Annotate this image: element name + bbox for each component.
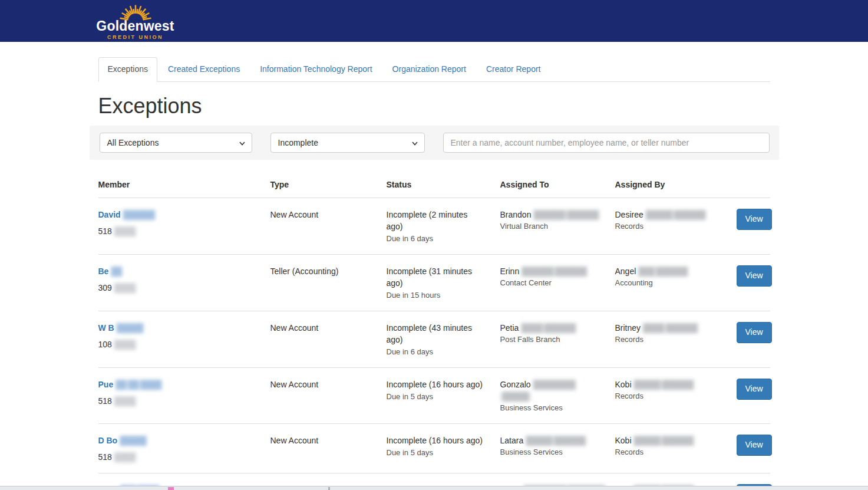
exception-type: New Account (270, 322, 387, 357)
exception-type: New Account (270, 379, 387, 413)
redacted-member-name: ██ ██ ████ (115, 380, 161, 389)
redacted-account-number: ████ (114, 396, 136, 406)
member-link[interactable]: W B█████ (98, 323, 143, 333)
table-header-row: Member Type Status Assigned To Assigned … (98, 174, 770, 198)
status-select[interactable]: Incomplete (270, 133, 425, 153)
redacted-name: ███ ██████ (638, 267, 687, 276)
assigned-to-department: Business Services (500, 403, 606, 413)
redacted-member-name: ██ (111, 267, 121, 276)
assigned-by-department: Records (615, 221, 728, 232)
app-window: Goldenwest CREDIT UNION Exceptions Creat… (0, 0, 868, 490)
redacted-account-number: ████ (114, 452, 136, 462)
assigned-by-name: Desiree█████ ██████ (615, 209, 728, 221)
tab-creator-report[interactable]: Creator Report (477, 57, 550, 82)
redacted-name: ██████ ██████ (533, 210, 598, 219)
redacted-name: █████ ██████ (634, 436, 694, 445)
member-account-number: 518████ (98, 225, 262, 237)
assigned-by-name: Britney████ ██████ (615, 322, 728, 334)
due-text: Due in 6 days (387, 347, 484, 357)
filter-panel: All Exceptions Incomplete (90, 126, 779, 160)
view-button[interactable]: View (737, 435, 772, 456)
redacted-member-name: █████ (117, 323, 143, 333)
top-navbar: Goldenwest CREDIT UNION (0, 0, 868, 42)
redacted-member-name: ██████ (123, 210, 155, 219)
tab-created-exceptions[interactable]: Created Exceptions (159, 57, 249, 82)
view-button[interactable]: View (737, 322, 772, 343)
header-type: Type (270, 179, 387, 190)
tab-exceptions[interactable]: Exceptions (98, 57, 157, 82)
status-text: Incomplete (43 minutes ago) (387, 322, 484, 346)
table-row: Be██ 309████ Teller (Accounting) Incompl… (98, 255, 770, 311)
assigned-to-department: Virtual Branch (500, 221, 606, 232)
assigned-to-department: Business Services (500, 447, 606, 458)
member-account-number: 518████ (98, 395, 262, 407)
assigned-by-department: Records (615, 334, 728, 345)
table-row: W B█████ 108████ New Account Incomplete … (98, 311, 770, 368)
assigned-by-department: Accounting (615, 278, 728, 288)
redacted-member-name: █████ (120, 436, 146, 445)
member-account-number: 309████ (98, 282, 262, 294)
view-button[interactable]: View (737, 209, 772, 230)
member-link[interactable]: Be██ (98, 267, 122, 276)
status-text: Incomplete (2 minutes ago) (387, 209, 484, 232)
tab-organization-report[interactable]: Organization Report (383, 57, 476, 82)
exception-type: New Account (270, 209, 387, 244)
brand-tagline: CREDIT UNION (107, 35, 163, 40)
tab-information-technology-report[interactable]: Information Technology Report (250, 57, 381, 82)
assigned-to-name: Petia████ ██████ (500, 322, 606, 334)
exception-type: Teller (Accounting) (270, 265, 387, 301)
assigned-to-department: Post Falls Branch (500, 334, 606, 345)
header-assigned-to: Assigned To (500, 179, 615, 190)
assigned-to-department: Contact Center (500, 278, 606, 288)
page-title: Exceptions (98, 94, 770, 118)
assigned-to-name: Latara█████ ██████ (500, 435, 606, 446)
exception-type-select[interactable]: All Exceptions (100, 133, 252, 153)
redacted-name: █████ ██████ (646, 210, 705, 219)
assigned-to-name: Gonzalo████████ (█████) (500, 379, 606, 402)
view-button[interactable]: View (737, 265, 772, 287)
exceptions-table: Member Type Status Assigned To Assigned … (90, 174, 779, 490)
member-link[interactable]: D Bo█████ (98, 436, 146, 445)
redacted-name: █████ ██████ (634, 380, 694, 389)
due-text: Due in 15 hours (387, 290, 484, 301)
status-selected-value: Incomplete (278, 138, 318, 147)
redacted-name: ████ ██████ (521, 323, 575, 333)
exception-type: New Account (270, 435, 387, 463)
chevron-down-icon (239, 140, 246, 147)
header-status: Status (387, 179, 500, 190)
table-row: Pue██ ██ ████ 518████ New Account Incomp… (98, 368, 770, 424)
redacted-account-number: ████ (114, 226, 136, 236)
table-row: David██████ 518████ New Account Incomple… (98, 198, 770, 255)
redacted-account-number: ████ (114, 283, 136, 292)
assigned-by-name: Kobi█████ ██████ (615, 379, 728, 390)
brand-name: Goldenwest (96, 19, 174, 33)
header-member: Member (98, 179, 270, 190)
redacted-name: ██████ ██████ (522, 267, 586, 276)
assigned-by-department: Records (615, 391, 728, 402)
chevron-down-icon (411, 140, 418, 147)
assigned-to-name: Brandon██████ ██████ (500, 209, 606, 221)
search-input[interactable] (443, 133, 770, 153)
view-button[interactable]: View (737, 379, 772, 400)
assigned-by-department: Records (615, 447, 728, 458)
page-bottom-edge (0, 486, 868, 490)
exception-type-selected-value: All Exceptions (107, 138, 159, 147)
page-edge-marker (168, 487, 174, 490)
status-text: Incomplete (16 hours ago) (387, 379, 484, 390)
table-row: D Bo█████ 518████ New Account Incomplete… (98, 424, 770, 473)
status-text: Incomplete (31 minutes ago) (387, 265, 484, 289)
due-text: Due in 6 days (387, 234, 484, 244)
page-edge-marker (328, 487, 330, 490)
redacted-name: ████ ██████ (643, 323, 697, 333)
assigned-by-name: Kobi█████ ██████ (615, 435, 728, 446)
status-text: Incomplete (16 hours ago) (387, 435, 484, 446)
header-assigned-by: Assigned By (615, 179, 737, 190)
assigned-by-name: Angel███ ██████ (615, 265, 728, 277)
member-link[interactable]: David██████ (98, 210, 155, 219)
due-text: Due in 5 days (387, 392, 484, 402)
member-account-number: 108████ (98, 338, 262, 350)
redacted-account-number: ████ (114, 340, 136, 349)
goldenwest-logo[interactable]: Goldenwest CREDIT UNION (98, 2, 173, 40)
member-link[interactable]: Pue██ ██ ████ (98, 380, 161, 389)
redacted-name: █████ ██████ (526, 436, 585, 445)
